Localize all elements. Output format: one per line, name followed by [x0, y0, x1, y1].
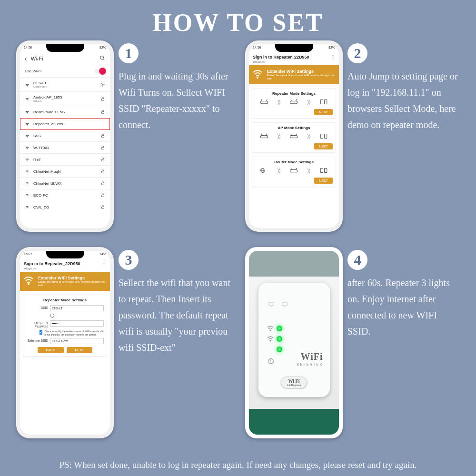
svg-line-18 [296, 99, 297, 101]
svg-rect-10 [102, 195, 104, 197]
svg-point-43 [270, 340, 271, 341]
lock-icon [100, 109, 105, 114]
menu-icon[interactable]: ⋮ [331, 55, 335, 60]
step-3-desc: Sellect the wifi that you want to repeat… [119, 270, 231, 356]
step-badge-2: 2 [347, 43, 367, 63]
next-button[interactable]: NEXT [314, 109, 333, 115]
step-badge-3: 3 [119, 250, 139, 270]
screen-title: Wi-Fi [31, 56, 96, 61]
mode-card: Repeater Mode Settings))))NEXT [252, 88, 336, 119]
back-icon[interactable]: ‹ [25, 55, 27, 62]
status-battery: 74% [99, 252, 106, 258]
page-title: HOW TO SET [0, 0, 476, 40]
svg-rect-3 [102, 99, 104, 100]
wifi-icon [25, 193, 30, 198]
modify-checkbox[interactable]: ✓ [40, 330, 42, 335]
wifi-network-name: Repeater_22D950 [33, 122, 97, 126]
wifi-network-row[interactable]: ChinaNet-MuqN [20, 166, 110, 178]
phone-notch [46, 251, 84, 258]
mode-diagram: )))) [255, 133, 333, 139]
wifi-icon [25, 82, 30, 87]
wifi-network-row[interactable]: Repeater_22D950 [20, 118, 110, 130]
search-icon[interactable] [99, 55, 105, 62]
svg-line-33 [291, 168, 292, 170]
wifi-network-name: ChinaNet-UbWX [33, 181, 97, 186]
lock-icon [100, 193, 105, 198]
wifi-icon [25, 145, 30, 150]
device-brand: WiFi REPEATER [297, 351, 323, 367]
steps-grid: 14:56 82% ‹ Wi-Fi Use Wi-Fi [0, 40, 476, 445]
wifi-network-name: OWL_5G [33, 205, 97, 209]
wifi-icon [25, 121, 30, 126]
svg-rect-4 [102, 112, 104, 114]
 [100, 121, 105, 126]
password-input[interactable]: •••••• [50, 320, 104, 327]
svg-rect-13 [260, 101, 268, 104]
step-1: 14:56 82% ‹ Wi-Fi Use Wi-Fi [16, 40, 231, 238]
ssid-input[interactable]: OFS-LT [50, 305, 104, 311]
wifi-icon [252, 68, 263, 79]
phone-mockup-2: 14:56 82% Sign in to Repeater_22D950 ⋮ z… [245, 40, 343, 232]
loading-icon [50, 313, 55, 318]
step-4: WiFi REPEATER Wi Fi AP/Repeater 4 after … [245, 247, 460, 445]
svg-line-15 [266, 99, 267, 101]
svg-rect-40 [282, 303, 287, 306]
lock-icon [100, 133, 105, 138]
signin-title: Sign in to Repeater_22D950 ⋮ [20, 258, 110, 267]
wifi-icon [23, 275, 34, 286]
wifi-icon [25, 133, 30, 138]
step-badge-4: 4 [347, 250, 367, 270]
mode-card-title: AP Mode Settings [255, 126, 333, 130]
next-button[interactable]: NEXT [67, 347, 93, 353]
wifi-icon [25, 97, 30, 101]
mode-cards: Repeater Mode Settings))))NEXTAP Mode Se… [249, 88, 339, 187]
lock-icon [100, 181, 105, 186]
next-button[interactable]: NEXT [314, 178, 333, 184]
extender-ssid-input[interactable]: OFS-LT-ext [50, 338, 104, 344]
step-badge-1: 1 [119, 43, 139, 63]
status-battery: 82% [99, 46, 106, 52]
svg-rect-5 [102, 136, 104, 138]
wifi-icon [25, 157, 30, 162]
wifi-network-row[interactable]: AndroidAP_1955Saved [20, 92, 110, 106]
phone-mockup-3: 15:07 74% Sign in to Repeater_22D950 ⋮ z… [16, 247, 114, 438]
password-label: OFS-LT 's Password [26, 320, 48, 328]
menu-icon[interactable]: ⋮ [102, 261, 106, 266]
signin-url: zrlogin.cn [249, 60, 339, 65]
wifi-signal-icon [267, 325, 274, 348]
wifi-network-row[interactable]: OFS-LTConnected [20, 78, 110, 92]
back-button[interactable]: BACK [38, 347, 64, 353]
repeater-form-card: Repeater Mode Settings SSID OFS-LT OFS-L… [23, 295, 107, 357]
step-1-desc: Plug in and waiting 30s after Wifi Turns… [119, 63, 231, 133]
wifi-network-row[interactable]: W-TT001 [20, 142, 110, 154]
wifi-network-name: ChinaNet-MuqN [33, 169, 97, 174]
svg-line-17 [291, 99, 292, 101]
wifi-network-row[interactable]: SSS [20, 130, 110, 142]
step-3: 15:07 74% Sign in to Repeater_22D950 ⋮ z… [16, 247, 231, 445]
wifi-network-row[interactable]: ChinaNet-UbWX [20, 178, 110, 189]
status-time: 15:07 [24, 252, 32, 258]
led-2 [277, 336, 282, 342]
phone-mockup-1: 14:56 82% ‹ Wi-Fi Use Wi-Fi [16, 40, 114, 232]
lock-icon [100, 157, 105, 162]
wifi-network-row[interactable]: OWL_5G [20, 201, 110, 213]
phone-notch [46, 44, 84, 52]
svg-point-37 [28, 284, 29, 285]
device-pill-badge: Wi Fi AP/Repeater [280, 377, 307, 388]
wifi-network-row[interactable]: f7e7 [20, 154, 110, 166]
power-icon [267, 357, 275, 365]
wifi-icon [25, 169, 30, 174]
next-button[interactable]: NEXT [314, 143, 333, 149]
lock-icon [100, 97, 105, 101]
wifi-toggle[interactable] [95, 69, 105, 74]
wifi-network-name: OFS-LTConnected [33, 81, 97, 88]
ssid-label: SSID [26, 305, 48, 309]
wifi-network-name: SSS [33, 134, 97, 138]
wifi-network-row[interactable]: ECO-FC [20, 189, 110, 201]
mode-card: AP Mode Settings))))NEXT [252, 122, 336, 153]
svg-rect-6 [102, 148, 104, 149]
svg-line-26 [296, 134, 297, 136]
svg-rect-11 [102, 207, 104, 209]
wifi-network-row[interactable]: Redmi Note 11 5G [20, 106, 110, 118]
wifi-network-name: AndroidAP_1955Saved [33, 95, 97, 102]
